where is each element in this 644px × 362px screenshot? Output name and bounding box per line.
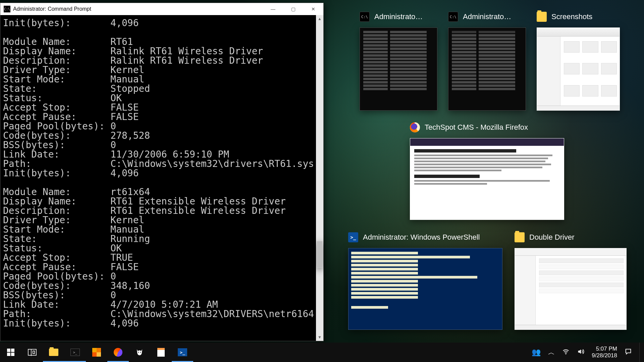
close-button[interactable]: ✕ bbox=[303, 3, 323, 15]
svg-point-0 bbox=[138, 352, 139, 353]
taskbar[interactable]: >_ >_ 👥 ︿ 5:07 PM 9/28/2018 bbox=[0, 343, 644, 362]
taskview-title: Administrato… bbox=[374, 12, 423, 21]
svg-point-1 bbox=[140, 352, 141, 353]
notepad-icon bbox=[157, 348, 165, 357]
maximize-button[interactable]: ▢ bbox=[283, 3, 303, 15]
taskview-thumbnail[interactable] bbox=[410, 138, 564, 220]
taskbar-app-cmd[interactable]: >_ bbox=[64, 343, 86, 362]
taskview-item-firefox[interactable]: TechSpot CMS - Mozilla Firefox bbox=[410, 121, 564, 220]
taskview-item-cmd1[interactable]: C:\ Administrato… bbox=[360, 10, 437, 111]
clock-time: 5:07 PM bbox=[592, 346, 617, 352]
vmware-icon bbox=[92, 348, 101, 357]
taskview-thumbnail[interactable] bbox=[360, 27, 437, 111]
taskview-item-screenshots[interactable]: Screenshots bbox=[537, 10, 620, 111]
taskbar-app-vmware[interactable] bbox=[86, 343, 107, 362]
clock-date: 9/28/2018 bbox=[592, 352, 617, 359]
cmd-icon: C:\ bbox=[360, 12, 370, 22]
show-desktop-button[interactable] bbox=[639, 343, 641, 362]
taskview-thumbnail[interactable] bbox=[515, 248, 627, 330]
taskview-title: Double Driver bbox=[529, 233, 575, 242]
taskbar-app-file-explorer[interactable] bbox=[43, 343, 64, 362]
taskview-thumbnail[interactable] bbox=[348, 248, 502, 330]
command-prompt-window[interactable]: C:\ Administrator: Command Prompt — ▢ ✕ … bbox=[0, 3, 324, 341]
taskbar-clock[interactable]: 5:07 PM 9/28/2018 bbox=[592, 346, 617, 359]
action-center-icon[interactable] bbox=[625, 348, 632, 357]
svg-point-2 bbox=[566, 354, 567, 355]
folder-icon bbox=[537, 12, 547, 22]
taskview-title: Administrato… bbox=[463, 12, 511, 21]
firefox-icon bbox=[410, 122, 420, 132]
scroll-track[interactable] bbox=[316, 22, 323, 334]
cmd-icon: >_ bbox=[70, 349, 80, 356]
fox-head-icon bbox=[136, 348, 144, 356]
taskbar-app-firefox[interactable] bbox=[107, 343, 129, 362]
minimize-button[interactable]: — bbox=[263, 3, 283, 15]
cmd-icon: C:\ bbox=[448, 12, 458, 22]
wifi-icon[interactable] bbox=[562, 348, 570, 357]
task-view-icon bbox=[28, 349, 37, 356]
powershell-icon: >_ bbox=[348, 232, 358, 242]
taskbar-app-notepad[interactable] bbox=[150, 343, 172, 362]
tray-chevron-icon[interactable]: ︿ bbox=[548, 348, 555, 357]
taskview-thumbnail[interactable] bbox=[448, 27, 526, 111]
taskview-item-powershell[interactable]: >_ Administrator: Windows PowerShell bbox=[348, 231, 502, 330]
file-explorer-icon bbox=[49, 349, 58, 356]
scrollbar[interactable]: ▲ ▼ bbox=[316, 15, 323, 341]
powershell-icon: >_ bbox=[178, 348, 187, 356]
people-icon[interactable]: 👥 bbox=[532, 348, 541, 357]
taskbar-app-powershell[interactable]: >_ bbox=[172, 343, 193, 362]
window-title: Administrator: Command Prompt bbox=[13, 6, 263, 12]
folder-icon bbox=[515, 232, 525, 242]
windows-icon bbox=[7, 349, 14, 356]
cmd-icon: C:\ bbox=[4, 6, 10, 12]
firefox-icon bbox=[114, 348, 122, 357]
volume-icon[interactable] bbox=[577, 348, 584, 357]
scroll-up-arrow-icon[interactable]: ▲ bbox=[316, 15, 323, 22]
start-button[interactable] bbox=[0, 343, 21, 362]
taskview-item-double-driver[interactable]: Double Driver bbox=[515, 231, 627, 330]
taskview-title: TechSpot CMS - Mozilla Firefox bbox=[425, 123, 528, 132]
terminal-content[interactable]: Init(bytes): 4,096 Module Name: RT61 Dis… bbox=[0, 15, 316, 341]
taskview-title: Administrator: Windows PowerShell bbox=[363, 233, 480, 242]
titlebar[interactable]: C:\ Administrator: Command Prompt — ▢ ✕ bbox=[0, 3, 323, 15]
taskview-thumbnail[interactable] bbox=[537, 27, 620, 111]
task-view-button[interactable] bbox=[21, 343, 43, 362]
scroll-down-arrow-icon[interactable]: ▼ bbox=[316, 334, 323, 341]
taskview-item-cmd2[interactable]: C:\ Administrato… bbox=[448, 10, 526, 111]
taskbar-app-foxit[interactable] bbox=[129, 343, 150, 362]
taskview-title: Screenshots bbox=[551, 12, 592, 21]
scroll-thumb[interactable] bbox=[317, 241, 323, 268]
